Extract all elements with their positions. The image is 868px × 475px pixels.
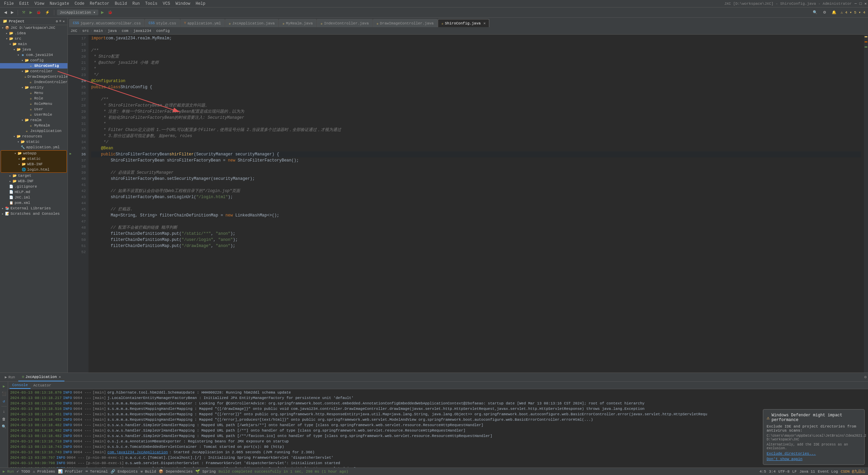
run-config-run[interactable]: ▶ — [100, 10, 105, 15]
tree-item-idea[interactable]: ▸ 📂 .idea — [0, 31, 67, 36]
run-btn[interactable]: ▶ — [28, 10, 34, 15]
tree-item-target[interactable]: ▸ 📂 target — [0, 173, 67, 178]
terminal-btn[interactable]: ⌨ Terminal — [85, 469, 108, 474]
bc-jxc[interactable]: JXC — [71, 29, 77, 33]
tree-item-extlibs[interactable]: ▸ 📚 External Libraries — [0, 206, 67, 211]
tree-item-scratches[interactable]: ▸ 📝 Scratches and Consoles — [0, 211, 67, 216]
tree-item-appyml[interactable]: 🔧 application.yml — [0, 145, 67, 150]
tree-item-webapp[interactable]: ▾ 📂 webapp — [1, 151, 66, 156]
bc-config[interactable]: config — [156, 29, 170, 33]
tab-style-css[interactable]: CSS style.css — [145, 19, 180, 27]
debug-btn[interactable]: 🐞 — [35, 10, 42, 15]
menu-tools[interactable]: Tools — [142, 0, 160, 7]
back-btn[interactable]: ◀ — [3, 10, 8, 15]
tree-item-jxciml[interactable]: 📄 JXC.iml — [0, 195, 67, 200]
bottom-settings-btn[interactable]: ⚙ — [864, 375, 867, 380]
run-play-btn[interactable]: ▶ — [1, 383, 7, 389]
tree-item-controller[interactable]: ▾ 📂 controller — [0, 69, 67, 74]
tab-run[interactable]: ▶ Run — [1, 373, 18, 381]
tree-item-helpmd[interactable]: 📄 HELP.md — [0, 189, 67, 195]
menu-window[interactable]: Window — [173, 0, 193, 7]
notifications-btn[interactable]: 🔔 — [830, 10, 838, 15]
bc-com[interactable]: com — [122, 29, 129, 33]
scroll-to-end-btn[interactable]: ↓ — [1, 408, 7, 415]
tree-item-indexcontroller[interactable]: ☕ IndexController — [0, 79, 67, 85]
sidebar-close-icon[interactable]: ✕ — [63, 19, 65, 23]
encoding[interactable]: UTF-8 — [778, 470, 790, 474]
menu-run[interactable]: Run — [130, 0, 142, 7]
tree-item-config[interactable]: ▾ 📂 config — [0, 58, 67, 63]
sidebar-settings-icon[interactable]: ⚙ — [56, 19, 58, 23]
clear-btn[interactable]: 🗑 — [1, 416, 7, 422]
tree-item-myrealm[interactable]: ☕ MyRealm — [0, 123, 67, 128]
tree-item-java[interactable]: ▾ 📂 java — [0, 47, 67, 52]
menu-view[interactable]: View — [32, 0, 47, 7]
tree-item-src[interactable]: ▾ 📂 src — [0, 36, 67, 41]
menu-refactor[interactable]: Refactor — [87, 0, 112, 7]
tab-drawimage[interactable]: ☕ DrawImageController.java — [373, 19, 437, 27]
line-sep[interactable]: LF — [792, 470, 797, 474]
tree-item-entity[interactable]: ▾ 📂 entity — [0, 85, 67, 90]
menu-vcs[interactable]: VCS — [160, 0, 173, 7]
tree-item-gitignore[interactable]: 📄 .gitignore — [0, 184, 67, 189]
run-stop-btn[interactable]: ⬛ — [1, 391, 7, 397]
console-output[interactable]: 2024-03-13 08:13:18.870 INFO 9064 --- [m… — [8, 389, 868, 468]
menu-edit[interactable]: Edit — [17, 0, 32, 7]
tree-item-resources[interactable]: ▾ 📂 resources — [0, 134, 67, 139]
bc-java[interactable]: java — [108, 29, 117, 33]
tree-item-realm[interactable]: ▾ 📂 realm — [0, 117, 67, 123]
spring-btn[interactable]: 🌱 Spring — [195, 469, 216, 474]
exclude-dirs-link[interactable]: Exclude directories... — [767, 452, 861, 456]
tab-scrollbar-css[interactable]: CSS jquery.mCustomScrollbar.css — [69, 19, 144, 27]
tab-close-icon[interactable]: ✕ — [484, 21, 486, 25]
tab-close-btn[interactable]: ✕ — [59, 375, 61, 379]
endpoints-btn[interactable]: 🔗 Endpoints — [111, 469, 138, 474]
event-log-btn[interactable]: Event Log — [818, 470, 838, 474]
problems-btn[interactable]: ⚠ Problems — [33, 469, 55, 474]
todo-btn[interactable]: ✓ TODO — [17, 469, 30, 474]
code-editor[interactable]: ▶ 17 18 19 — [68, 35, 868, 373]
menu-navigate[interactable]: Navigate — [47, 0, 72, 7]
bc-main[interactable]: main — [94, 29, 103, 33]
close-btn[interactable]: ✕ — [864, 1, 867, 6]
tab-jxcapp[interactable]: ☕ JxcApplication.java — [225, 19, 278, 27]
tree-item-webinf2[interactable]: ▸ 📂 WEB-INF — [0, 178, 67, 184]
minimize-btn[interactable]: ─ — [854, 2, 857, 6]
tab-appyml[interactable]: Y application.yml — [180, 19, 225, 27]
bc-src[interactable]: src — [82, 29, 89, 33]
run-config-debug[interactable]: 🐞 — [106, 10, 114, 15]
tree-item-jxc[interactable]: ▾ 📦 JXC D:\workspace\JXC — [0, 25, 67, 31]
forward-btn[interactable]: ▶ — [9, 10, 15, 15]
run-config-dropdown[interactable]: JxcApplication ▾ — [57, 10, 98, 15]
console-tab[interactable]: Console — [9, 382, 31, 389]
tree-item-role[interactable]: ☕ Role — [0, 96, 67, 101]
code-content[interactable]: import com.java1234.realm.MyRealm; /** *… — [88, 35, 864, 373]
tree-item-static2[interactable]: ▸ 📂 static — [1, 156, 66, 162]
build-btn-status[interactable]: ⚒ Build — [140, 469, 156, 474]
tree-item-shiroconfig[interactable]: ☕ ShiroConfig — [0, 63, 67, 69]
filter-btn[interactable]: 🔍 — [1, 423, 7, 430]
coverage-btn[interactable]: ⚡ — [44, 10, 51, 15]
menu-build[interactable]: Build — [112, 0, 130, 7]
actuator-tab[interactable]: Actuator — [31, 382, 54, 389]
tree-item-rolemenu[interactable]: ☕ RoleMenu — [0, 101, 67, 107]
dont-show-link[interactable]: Don't show again — [767, 457, 861, 461]
run-btn-status[interactable]: ▶ Run — [3, 469, 14, 474]
run-restart-btn[interactable]: ↺ — [1, 398, 7, 404]
tree-item-menu[interactable]: ☕ Menu — [0, 90, 67, 96]
tree-item-userrole[interactable]: ☕ UserRole — [0, 112, 67, 117]
build-btn[interactable]: ⚒ — [21, 10, 27, 15]
sidebar-collapse-icon[interactable]: ≡ — [59, 19, 61, 23]
tree-item-user[interactable]: ☕ User — [0, 107, 67, 112]
tree-item-jxcapp[interactable]: ☕ JxcApplication — [0, 128, 67, 134]
tree-item-pom[interactable]: 📋 pom.xml — [0, 200, 67, 206]
tree-item-webinf[interactable]: ▸ 📂 WEB-INF — [1, 162, 66, 167]
tree-item-drawimage[interactable]: ☕ DrawImageController — [0, 74, 67, 79]
menu-help[interactable]: Help — [193, 0, 208, 7]
tab-indexcontroller[interactable]: ☕ IndexController.java — [317, 19, 372, 27]
search-everywhere-btn[interactable]: 🔍 — [811, 10, 819, 15]
menu-file[interactable]: File — [1, 0, 17, 7]
deps-btn[interactable]: 📦 Dependencies — [159, 469, 193, 474]
tree-item-loginhtml[interactable]: 🌐 login.html — [1, 167, 66, 172]
profiler-btn[interactable]: 📊 Profiler — [58, 469, 83, 474]
